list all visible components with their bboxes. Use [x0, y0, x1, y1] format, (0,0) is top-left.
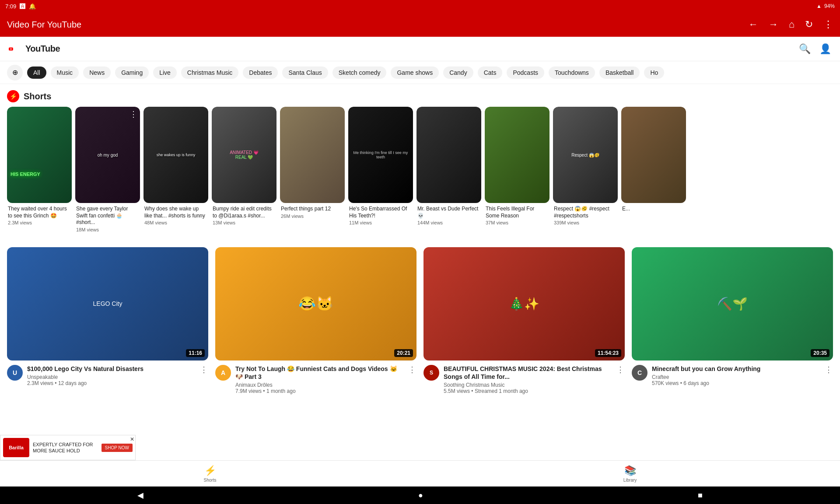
menu-button[interactable]: ⋮ — [823, 19, 833, 30]
short-item-1[interactable]: oh my god ⋮ She gave every Taylor Swift … — [75, 107, 140, 233]
video-menu-1[interactable]: ⋮ — [408, 365, 416, 394]
filter-chip-news[interactable]: News — [83, 66, 111, 79]
short-views-6: 144M views — [417, 220, 480, 225]
filter-chip-christmas-music[interactable]: Christmas Music — [181, 66, 238, 79]
filter-chip-cats[interactable]: Cats — [478, 66, 503, 79]
filter-chip-live[interactable]: Live — [153, 66, 177, 79]
android-recents-button[interactable]: ■ — [698, 491, 703, 500]
ad-shop-button[interactable]: SHOP NOW — [102, 444, 133, 452]
search-icon[interactable]: 🔍 — [799, 43, 811, 55]
short-thumb-4 — [280, 107, 345, 203]
filter-chip-gaming[interactable]: Gaming — [115, 66, 149, 79]
android-back-button[interactable]: ◀ — [137, 490, 144, 500]
channel-avatar-3: C — [632, 365, 648, 381]
short-item-6[interactable]: Mr. Beast vs Dude Perfect 💀 144M views — [416, 107, 481, 233]
short-info-7: This Feels Illegal For Some Reason 37M v… — [485, 203, 550, 226]
short-info-2: Why does she wake up like that... #short… — [144, 203, 208, 226]
short-info-8: Respect 😱🫨 #respect #respectshorts 339M … — [553, 203, 618, 226]
filter-chip-podcasts[interactable]: Podcasts — [507, 66, 544, 79]
video-stats-1: 7.9M views • 1 month ago — [235, 388, 403, 394]
main-content: ⚡ Shorts HIS ENERGY They waited over 4 h… — [0, 84, 840, 460]
video-card-0[interactable]: LEGO City 11:16 U $100,000 Lego City Vs … — [7, 247, 208, 396]
status-bar-right: ▲ 94% — [816, 3, 835, 9]
status-bar: 7:09 🅰 🔔 ▲ 94% — [0, 0, 840, 12]
video-title-0: $100,000 Lego City Vs Natural Disasters — [27, 365, 195, 373]
filter-chip-santa-claus[interactable]: Santa Claus — [282, 66, 328, 79]
video-title-2: BEAUTIFUL CHRISTMAS MUSIC 2024: Best Chr… — [444, 365, 612, 381]
top-bar-actions: ← → ⌂ ↻ ⋮ — [749, 19, 833, 30]
short-title-6: Mr. Beast vs Dude Perfect 💀 — [417, 206, 480, 219]
video-meta-0: $100,000 Lego City Vs Natural Disasters … — [27, 365, 195, 386]
short-item-3[interactable]: ANIMATED 💗 REAL 💚 Bumpy ride ai edit cre… — [212, 107, 276, 233]
video-duration-3: 20:35 — [811, 349, 830, 357]
video-channel-2: Soothing Christmas Music — [444, 382, 612, 388]
video-stats-2: 5.5M views • Streamed 1 month ago — [444, 388, 612, 394]
filter-chip-all[interactable]: All — [27, 66, 46, 79]
video-menu-0[interactable]: ⋮ — [200, 365, 208, 386]
notification-icon: 🔔 — [29, 3, 36, 10]
filter-chip-basketball[interactable]: Basketball — [599, 66, 640, 79]
video-info-0: U $100,000 Lego City Vs Natural Disaster… — [7, 360, 208, 388]
account-icon[interactable]: 👤 — [819, 43, 831, 55]
video-card-3[interactable]: ⛏️🌱 20:35 C Minecraft but you can Grow A… — [632, 247, 833, 396]
short-thumb-3: ANIMATED 💗 REAL 💚 — [212, 107, 276, 203]
short-item-2[interactable]: she wakes up is funny Why does she wake … — [144, 107, 208, 233]
short-title-2: Why does she wake up like that... #short… — [144, 206, 207, 219]
video-info-3: C Minecraft but you can Grow Anything Cr… — [632, 360, 833, 388]
shorts-title: Shorts — [24, 91, 51, 102]
video-card-1[interactable]: 😂🐱 20:21 A Try Not To Laugh 😂 Funniest C… — [215, 247, 416, 396]
short-thumb-0: HIS ENERGY — [7, 107, 72, 203]
video-meta-2: BEAUTIFUL CHRISTMAS MUSIC 2024: Best Chr… — [444, 365, 612, 394]
short-menu-btn-1[interactable]: ⋮ — [130, 109, 137, 119]
refresh-button[interactable]: ↻ — [805, 19, 813, 30]
ad-close-button[interactable]: ✕ — [130, 436, 134, 442]
filter-chip-game-shows[interactable]: Game shows — [391, 66, 439, 79]
forward-button[interactable]: → — [769, 19, 778, 30]
filter-chip-sketch-comedy[interactable]: Sketch comedy — [332, 66, 387, 79]
filter-chip-music[interactable]: Music — [51, 66, 79, 79]
short-views-8: 339M views — [554, 220, 617, 225]
back-button[interactable]: ← — [749, 19, 758, 30]
nav-item-library[interactable]: 📚 Library — [420, 465, 840, 483]
youtube-logo-svg — [9, 44, 23, 54]
filter-chip-touchdowns[interactable]: Touchdowns — [549, 66, 595, 79]
short-item-8[interactable]: Respect 😱🫨 Respect 😱🫨 #respect #respects… — [553, 107, 618, 233]
nav-item-shorts[interactable]: ⚡ Shorts — [0, 465, 420, 483]
short-thumb-5: Me thinking I'm fine till I see my teeth — [348, 107, 413, 203]
short-item-0[interactable]: HIS ENERGY They waited over 4 hours to s… — [7, 107, 72, 233]
short-item-4[interactable]: Perfect things part 12 26M views — [280, 107, 345, 233]
short-views-5: 11M views — [349, 220, 412, 225]
short-thumb-7 — [485, 107, 550, 203]
yt-header-right: 🔍 👤 — [799, 43, 831, 55]
wifi-icon: ▲ — [816, 3, 822, 9]
filter-chip-ho[interactable]: Ho — [644, 66, 664, 79]
app-title: Video For YouTube — [7, 20, 81, 30]
short-views-1: 18M views — [76, 227, 139, 232]
short-item-9[interactable]: E... — [621, 107, 686, 233]
filter-chip-candy[interactable]: Candy — [443, 66, 473, 79]
short-views-4: 26M views — [281, 214, 344, 219]
shorts-row: HIS ENERGY They waited over 4 hours to s… — [0, 107, 840, 240]
video-grid: LEGO City 11:16 U $100,000 Lego City Vs … — [0, 240, 840, 403]
video-thumb-3: ⛏️🌱 20:35 — [632, 247, 833, 360]
shorts-icon: ⚡ — [7, 90, 19, 102]
video-info-1: A Try Not To Laugh 😂 Funniest Cats and D… — [215, 360, 416, 396]
short-item-7[interactable]: This Feels Illegal For Some Reason 37M v… — [485, 107, 550, 233]
short-info-9: E... — [621, 203, 686, 214]
video-duration-2: 11:54:23 — [595, 349, 621, 357]
home-button[interactable]: ⌂ — [789, 19, 794, 30]
compass-filter-btn[interactable]: ⊕ — [7, 65, 23, 80]
short-info-0: They waited over 4 hours to see this Gri… — [7, 203, 72, 226]
android-nav-bar: ◀ ● ■ — [0, 486, 840, 504]
video-duration-1: 20:21 — [394, 349, 413, 357]
short-title-0: They waited over 4 hours to see this Gri… — [8, 206, 71, 219]
short-views-7: 37M views — [486, 220, 549, 225]
short-title-5: He's So Embarrassed Of His Teeth?! — [349, 206, 412, 219]
video-menu-2[interactable]: ⋮ — [616, 365, 625, 394]
video-card-2[interactable]: 🎄✨ 11:54:23 S BEAUTIFUL CHRISTMAS MUSIC … — [424, 247, 625, 396]
channel-avatar-0: U — [7, 365, 23, 381]
filter-chip-debates[interactable]: Debates — [243, 66, 278, 79]
short-item-5[interactable]: Me thinking I'm fine till I see my teeth… — [348, 107, 413, 233]
android-home-button[interactable]: ● — [418, 491, 423, 500]
video-menu-3[interactable]: ⋮ — [824, 365, 833, 386]
